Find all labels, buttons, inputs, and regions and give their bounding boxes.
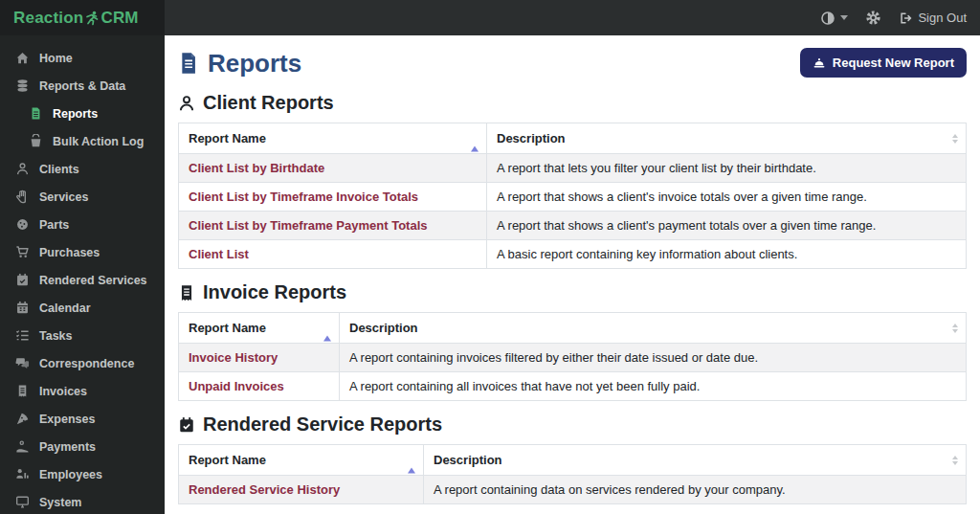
section-heading: Rendered Service Reports (178, 413, 967, 436)
column-header-description[interactable]: Description (340, 313, 967, 344)
sidebar-item-reports-and-data[interactable]: Reports & Data (0, 72, 165, 100)
sign-out-label: Sign Out (918, 11, 967, 25)
column-header-description[interactable]: Description (487, 123, 967, 154)
report-description: A report containing data on services ren… (424, 476, 967, 504)
table-row: Client List by Birthdate A report that l… (179, 154, 967, 183)
sidebar-item-parts[interactable]: Parts (0, 211, 165, 238)
theme-toggle-dropdown[interactable] (820, 11, 848, 26)
column-header-report-name[interactable]: Report Name (179, 313, 340, 344)
bell-icon (813, 56, 826, 70)
table-header-row: Report Name Description (179, 313, 967, 344)
sidebar-item-rendered-services[interactable]: Rendered Services (0, 266, 165, 294)
report-description: A report that shows a client's payment t… (487, 212, 967, 240)
sidebar-item-label: Invoices (39, 385, 87, 398)
invoice-reports-table: Report Name Description Invoice History … (178, 312, 967, 401)
sidebar-item-label: System (39, 496, 81, 509)
sign-out-button[interactable]: Sign Out (899, 11, 967, 25)
sidebar-item-label: Correspondence (39, 357, 134, 370)
sidebar-item-payments[interactable]: Payments (0, 433, 165, 460)
table-header-row: Report Name Description (179, 123, 967, 154)
request-new-report-label: Request New Report (833, 56, 954, 70)
home-icon (15, 51, 30, 65)
column-label: Report Name (189, 321, 266, 335)
topbar-actions: Sign Out (820, 10, 980, 26)
report-link[interactable]: Invoice History (189, 350, 278, 365)
sidebar-item-invoices[interactable]: Invoices (0, 377, 165, 405)
report-description: A report containing invoices filtered by… (340, 344, 967, 372)
sidebar-item-label: Bulk Action Log (53, 135, 144, 148)
sidebar-item-correspondence[interactable]: Correspondence (0, 349, 165, 377)
sidebar-item-label: Parts (39, 218, 69, 232)
section-heading: Client Reports (178, 92, 967, 114)
sort-both-icon (952, 134, 958, 144)
brand-left: Reaction (13, 9, 83, 28)
column-label: Report Name (189, 453, 266, 467)
pizza-icon (15, 412, 30, 426)
cookie-icon (15, 217, 30, 232)
report-description: A basic report containing key informatio… (487, 240, 967, 269)
chat-icon (15, 356, 30, 370)
brand-right: CRM (100, 9, 138, 28)
brand-logo[interactable]: ReactionCRM (0, 0, 165, 35)
sidebar-item-calendar[interactable]: Calendar (0, 294, 165, 322)
sign-out-icon (899, 11, 912, 25)
client-reports-table: Report Name Description Client List by B… (178, 123, 967, 269)
chevron-down-icon (840, 15, 848, 20)
bucket-icon (29, 134, 43, 148)
page-title: Reports (178, 48, 301, 78)
table-row: Invoice History A report containing invo… (179, 344, 967, 372)
sidebar-item-bulk-action-log[interactable]: Bulk Action Log (0, 127, 165, 155)
report-link[interactable]: Unpaid Invoices (189, 379, 284, 393)
report-link[interactable]: Client List by Timeframe Invoice Totals (189, 190, 418, 204)
settings-button[interactable] (865, 10, 881, 26)
table-row: Client List by Timeframe Invoice Totals … (179, 183, 967, 212)
sidebar-item-reports[interactable]: Reports (0, 100, 165, 127)
sidebar-item-purchases[interactable]: Purchases (0, 238, 165, 266)
sidebar-item-services[interactable]: Services (0, 183, 165, 211)
report-description: A report that shows a client's invoice t… (487, 183, 967, 212)
sidebar-item-employees[interactable]: Employees (0, 460, 165, 488)
brand-text: ReactionCRM (13, 9, 139, 28)
report-link[interactable]: Rendered Service History (189, 482, 340, 497)
report-file-icon (29, 106, 43, 121)
table-row: Client List A basic report containing ke… (179, 240, 967, 269)
report-description: A report containing all invoices that ha… (340, 372, 967, 401)
half-circle-icon (820, 11, 835, 26)
report-link[interactable]: Client List by Timeframe Payment Totals (189, 218, 427, 233)
table-row: Client List by Timeframe Payment Totals … (179, 212, 967, 240)
section-title: Client Reports (203, 92, 334, 114)
sidebar-item-system[interactable]: System (0, 488, 165, 514)
receipt-icon (178, 284, 195, 302)
column-label: Description (434, 453, 502, 467)
section-client-reports: Client Reports Report Name Description (178, 92, 967, 269)
sort-asc-icon (408, 453, 415, 467)
column-label: Description (349, 321, 418, 335)
runner-icon (84, 11, 100, 26)
sidebar-item-home[interactable]: Home (0, 44, 165, 72)
sidebar-item-expenses[interactable]: Expenses (0, 405, 165, 433)
sidebar-item-label: Services (39, 190, 88, 204)
sidebar-item-label: Tasks (39, 329, 73, 343)
calendar-icon (15, 301, 30, 315)
sidebar: Home Reports & Data Reports Bulk Action … (0, 35, 165, 514)
column-label: Report Name (189, 131, 266, 145)
topbar: ReactionCRM Sign Out (0, 0, 980, 35)
rendered-service-reports-table: Report Name Description Rendered Service… (178, 444, 967, 504)
column-header-description[interactable]: Description (424, 445, 967, 476)
report-link[interactable]: Client List by Birthdate (189, 161, 324, 175)
column-header-report-name[interactable]: Report Name (179, 445, 424, 476)
sidebar-item-tasks[interactable]: Tasks (0, 322, 165, 349)
report-link[interactable]: Client List (189, 247, 249, 261)
section-rendered-service-reports: Rendered Service Reports Report Name Des… (178, 413, 967, 504)
gear-icon (865, 10, 881, 26)
sidebar-item-clients[interactable]: Clients (0, 155, 165, 183)
column-header-report-name[interactable]: Report Name (179, 123, 487, 154)
table-row: Rendered Service History A report contai… (179, 476, 967, 504)
request-new-report-button[interactable]: Request New Report (800, 48, 967, 78)
main-content: Reports Request New Report Client Report… (165, 35, 980, 514)
section-invoice-reports: Invoice Reports Report Name Description (178, 281, 967, 401)
database-icon (15, 78, 30, 93)
sidebar-item-label: Reports & Data (39, 79, 125, 93)
table-row: Unpaid Invoices A report containing all … (179, 372, 967, 401)
sort-both-icon (952, 324, 958, 333)
